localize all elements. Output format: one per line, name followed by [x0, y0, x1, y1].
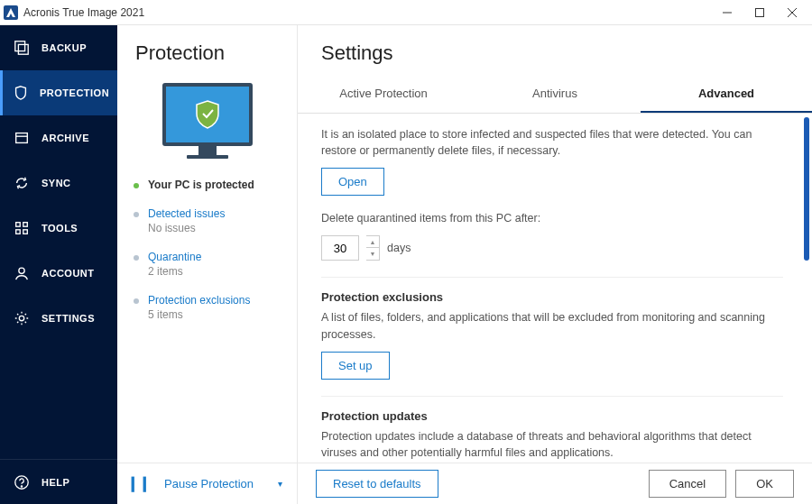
tools-icon [13, 219, 31, 237]
settings-panel: Settings Active Protection Antivirus Adv… [298, 25, 812, 504]
settings-tabs: Active Protection Antivirus Advanced [298, 76, 812, 114]
sidebar-item-settings[interactable]: SETTINGS [0, 296, 117, 341]
sidebar-item-tools[interactable]: TOOLS [0, 206, 117, 251]
minimize-button[interactable] [711, 1, 743, 24]
titlebar: Acronis True Image 2021 [0, 0, 812, 25]
section-quarantine: It is an isolated place to store infecte… [321, 126, 783, 278]
status-dot [134, 298, 139, 304]
sidebar-item-label: ARCHIVE [42, 133, 89, 143]
maximize-button[interactable] [743, 1, 776, 24]
updates-heading: Protection updates [321, 409, 783, 423]
cancel-button[interactable]: Cancel [649, 470, 726, 498]
monitor-illustration [162, 83, 253, 159]
sidebar-item-protection[interactable]: PROTECTION [0, 70, 117, 115]
reset-defaults-button[interactable]: Reset to defaults [316, 470, 438, 498]
svg-rect-11 [23, 230, 28, 234]
svg-rect-5 [18, 44, 28, 54]
sidebar-item-label: SYNC [42, 178, 71, 188]
archive-icon [13, 129, 31, 147]
settings-footer: Reset to defaults Cancel OK [298, 463, 812, 504]
account-icon [13, 264, 31, 282]
pause-icon: ▎▎ [132, 477, 155, 491]
protection-panel: Protection Your PC is protected [117, 25, 298, 504]
sidebar-item-label: PROTECTION [40, 87, 109, 98]
status-dot [134, 255, 139, 261]
status-exclusions[interactable]: Protection exclusions 5 items [134, 294, 281, 321]
gear-icon [13, 309, 31, 327]
sidebar-item-account[interactable]: ACCOUNT [0, 251, 117, 296]
svg-rect-1 [756, 8, 764, 16]
svg-rect-8 [16, 223, 21, 227]
exclusions-description: A list of files, folders, and applicatio… [321, 309, 783, 342]
sidebar-item-label: BACKUP [42, 42, 87, 53]
svg-point-12 [19, 268, 24, 273]
settings-title: Settings [298, 25, 812, 76]
protection-title: Protection [117, 25, 297, 74]
app-logo-icon [4, 5, 18, 20]
sidebar-item-help[interactable]: HELP [0, 459, 117, 504]
status-dot-ok [134, 183, 139, 188]
quarantine-description: It is an isolated place to store infecte… [321, 126, 783, 159]
svg-rect-9 [23, 223, 28, 227]
sidebar-item-backup[interactable]: BACKUP [0, 25, 117, 70]
delete-after-label: Delete quarantined items from this PC af… [321, 210, 783, 226]
svg-rect-10 [16, 230, 21, 234]
status-dot [134, 212, 139, 217]
sidebar-item-label: HELP [42, 477, 69, 488]
days-input[interactable] [321, 235, 359, 261]
backup-icon [13, 39, 31, 57]
status-quarantine[interactable]: Quarantine 2 items [134, 251, 281, 278]
sidebar: BACKUP PROTECTION ARCHIVE SYNC TOOLS ACC… [0, 25, 117, 504]
step-down-icon[interactable]: ▼ [366, 248, 379, 260]
pause-protection-button[interactable]: ▎▎ Pause Protection ▾ [117, 463, 297, 504]
svg-rect-4 [15, 41, 25, 51]
svg-point-15 [21, 485, 22, 486]
scrollbar-thumb[interactable] [804, 117, 809, 261]
scrollbar[interactable] [804, 117, 809, 459]
sidebar-item-label: ACCOUNT [42, 268, 95, 279]
svg-point-13 [19, 316, 23, 320]
ok-button[interactable]: OK [735, 470, 794, 498]
exclusions-heading: Protection exclusions [321, 290, 783, 304]
days-stepper[interactable]: ▲ ▼ [366, 235, 380, 261]
tab-antivirus[interactable]: Antivirus [469, 76, 641, 113]
settings-scroll-area[interactable]: It is an isolated place to store infecte… [298, 114, 801, 463]
protection-icon [13, 84, 29, 102]
shield-icon [194, 99, 221, 130]
days-unit: days [387, 242, 411, 254]
sidebar-item-label: TOOLS [42, 223, 78, 234]
close-button[interactable] [776, 1, 808, 24]
status-protected: Your PC is protected [134, 179, 281, 191]
sidebar-item-label: SETTINGS [42, 313, 95, 324]
help-icon [13, 473, 31, 491]
status-detected-issues[interactable]: Detected issues No issues [134, 207, 281, 234]
tab-advanced[interactable]: Advanced [641, 76, 812, 113]
step-up-icon[interactable]: ▲ [366, 236, 379, 248]
sidebar-item-sync[interactable]: SYNC [0, 160, 117, 206]
section-exclusions: Protection exclusions A list of files, f… [321, 278, 783, 396]
sidebar-item-archive[interactable]: ARCHIVE [0, 115, 117, 160]
setup-exclusions-button[interactable]: Set up [321, 352, 390, 380]
updates-description: Protection updates include a database of… [321, 428, 783, 461]
section-updates: Protection updates Protection updates in… [321, 397, 783, 463]
sync-icon [13, 174, 31, 192]
svg-rect-6 [16, 133, 28, 143]
open-quarantine-button[interactable]: Open [321, 168, 384, 196]
app-title: Acronis True Image 2021 [23, 6, 711, 19]
tab-active-protection[interactable]: Active Protection [298, 76, 469, 113]
chevron-down-icon: ▾ [278, 479, 282, 489]
